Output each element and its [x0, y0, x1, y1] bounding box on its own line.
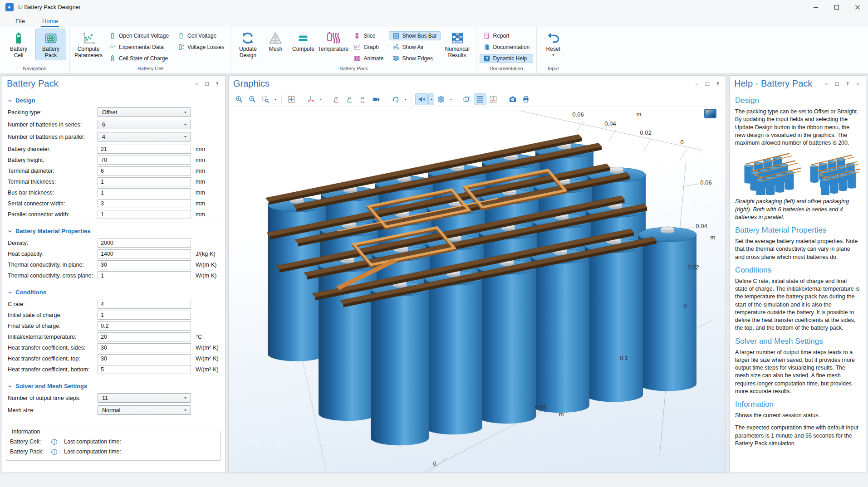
density-input[interactable]: 2000 [98, 239, 191, 248]
number-of-batteries-in-parallel-select[interactable]: 4 [98, 132, 191, 141]
panel-pin-icon[interactable] [715, 81, 721, 87]
zoom-out-button[interactable] [246, 93, 259, 105]
serial-connector-width-input[interactable]: 3 [98, 199, 191, 208]
axis-box-button[interactable] [487, 93, 500, 105]
graph-button[interactable]: Graph [350, 43, 387, 52]
initial-external-temperature-input[interactable]: 20 [98, 332, 191, 341]
tab-file[interactable]: File [14, 15, 27, 27]
panel-float-icon[interactable] [834, 81, 840, 87]
report-button[interactable]: Report [480, 31, 534, 40]
heat-transfer-coefficient-sides-input[interactable]: 30 [98, 343, 191, 352]
view-xy-button[interactable]: xy [330, 93, 343, 105]
scene-cube-button[interactable] [435, 93, 447, 105]
minimize-button[interactable] [805, 0, 826, 15]
info-icon[interactable] [51, 448, 58, 455]
rotate-button[interactable] [389, 93, 402, 105]
svg-text:xy: xy [335, 96, 338, 99]
chevron-down-icon[interactable] [448, 93, 454, 105]
thermal-conductivity-in-plane-input[interactable]: 30 [98, 260, 191, 269]
section-header-battery-material-properties[interactable]: Battery Material Properties [2, 223, 225, 238]
info-icon[interactable] [51, 438, 58, 445]
experimental-data-button[interactable]: Experimental Data [105, 43, 172, 52]
mesh-size-select[interactable]: Normal [98, 405, 191, 415]
mesh-button[interactable]: Mesh [262, 29, 289, 54]
voltage-losses-button[interactable]: Voltage Losses [174, 43, 228, 52]
snapshot-button[interactable] [506, 93, 519, 105]
section-header-conditions[interactable]: Conditions [2, 284, 225, 299]
number-of-batteries-in-series-select[interactable]: 6 [98, 120, 191, 129]
show-edges-button[interactable]: Show Edges [389, 54, 441, 63]
temperature-button[interactable]: Temperature [318, 29, 348, 54]
panel-splitter[interactable] [726, 75, 729, 473]
final-state-of-charge-input[interactable]: 0.2 [98, 321, 191, 331]
documentation-button[interactable]: Documentation [480, 43, 534, 52]
battery-height-input[interactable]: 70 [98, 156, 191, 165]
slice-button[interactable]: Slice [350, 31, 387, 40]
battery-pack-button[interactable]: Battery Pack [35, 29, 66, 60]
update-design-button[interactable]: Update Design [235, 29, 261, 60]
panel-pin-icon[interactable] [844, 81, 851, 87]
reset-icon [546, 31, 560, 45]
movie-camera-button[interactable] [370, 93, 383, 105]
information-row: Battery Cell:Last computation time: [10, 437, 216, 447]
axis-tick-label: m [559, 411, 564, 418]
zoom-extents-button[interactable] [285, 93, 298, 105]
panel-float-icon[interactable] [204, 81, 210, 87]
numerical-results-button[interactable]: Numerical Results [442, 29, 473, 60]
view-axes-button[interactable] [304, 93, 317, 105]
view-xz-button[interactable]: xz [357, 93, 369, 105]
panel-menu-chevron-icon[interactable] [824, 81, 830, 87]
transparency-button[interactable] [415, 93, 428, 105]
parallel-connector-width-input[interactable]: 1 [98, 210, 191, 219]
panel-menu-chevron-icon[interactable] [694, 81, 700, 87]
initial-state-of-charge-input[interactable]: 1 [98, 311, 191, 320]
section-header-design[interactable]: Design [2, 93, 225, 107]
zoom-box-button[interactable] [259, 93, 272, 105]
tab-home[interactable]: Home [40, 15, 60, 27]
dynamic-help-button[interactable]: ?Dynamic Help [480, 54, 534, 63]
open-circuit-voltage-button[interactable]: Open Circuit Voltage [105, 31, 172, 40]
panel-pin-icon[interactable] [214, 81, 221, 87]
print-button[interactable] [520, 93, 532, 105]
animate-button[interactable]: Animate [350, 54, 387, 63]
grid-view-button[interactable] [474, 93, 486, 105]
heat-transfer-coefficient-bottom-input[interactable]: 5 [98, 365, 191, 374]
cell-voltage-button[interactable]: Cell Voltage [174, 31, 228, 40]
chevron-down-icon[interactable] [428, 93, 434, 105]
show-air-button[interactable]: Show Air [389, 43, 441, 52]
zoom-in-button[interactable] [233, 93, 245, 105]
cell-state-of-charge-button[interactable]: Cell State of Charge [105, 54, 172, 63]
panel-close-icon[interactable] [855, 81, 861, 87]
input-value: 2000 [101, 240, 113, 246]
compute-button[interactable]: Compute [290, 29, 316, 54]
battery-cell-button[interactable]: Battery Cell [3, 29, 34, 60]
compute-parameters-button[interactable]: Compute Parameters [73, 29, 104, 60]
ribbon-group-input: Reset▾Input [536, 27, 569, 73]
graphics-panel: Graphics xyyzxz 0.060.04m0.0200.060.04m0… [228, 75, 726, 473]
view-yz-button[interactable]: yz [343, 93, 356, 105]
show-bus-bar-button[interactable]: Show Bus Bar [389, 31, 441, 40]
heat-capacity-input[interactable]: 1400 [98, 249, 191, 258]
chevron-down-icon[interactable] [402, 93, 408, 105]
packing-type-select[interactable]: Offset [98, 107, 191, 117]
bus-bar-thickness-input[interactable]: 1 [98, 188, 191, 197]
section-header-solver-and-mesh-settings[interactable]: Solver and Mesh Settings [2, 378, 225, 393]
number-of-output-time-steps-select[interactable]: 11 [98, 393, 191, 403]
terminal-thickness-input[interactable]: 1 [98, 177, 191, 186]
maximize-button[interactable] [826, 0, 847, 15]
toolbar-separator [503, 95, 503, 104]
field-label: Initial/external temperature: [8, 334, 98, 340]
battery-diameter-input[interactable]: 21 [98, 145, 191, 154]
c-rate-input[interactable]: 4 [98, 300, 191, 309]
thermal-conductivity-cross-plane-input[interactable]: 1 [98, 271, 191, 280]
chevron-down-icon[interactable] [318, 93, 324, 105]
graphics-3d-view[interactable]: 0.060.04m0.0200.060.04m0.0200.10.05m0 [229, 107, 726, 472]
terminal-diameter-input[interactable]: 6 [98, 166, 191, 175]
panel-float-icon[interactable] [704, 81, 711, 87]
reset-button[interactable]: Reset▾ [540, 29, 566, 58]
view-frame-button[interactable] [461, 93, 473, 105]
heat-transfer-coefficient-top-input[interactable]: 30 [98, 354, 191, 363]
close-button[interactable] [847, 0, 868, 15]
panel-menu-chevron-icon[interactable] [193, 81, 200, 87]
chevron-down-icon[interactable] [272, 93, 278, 105]
